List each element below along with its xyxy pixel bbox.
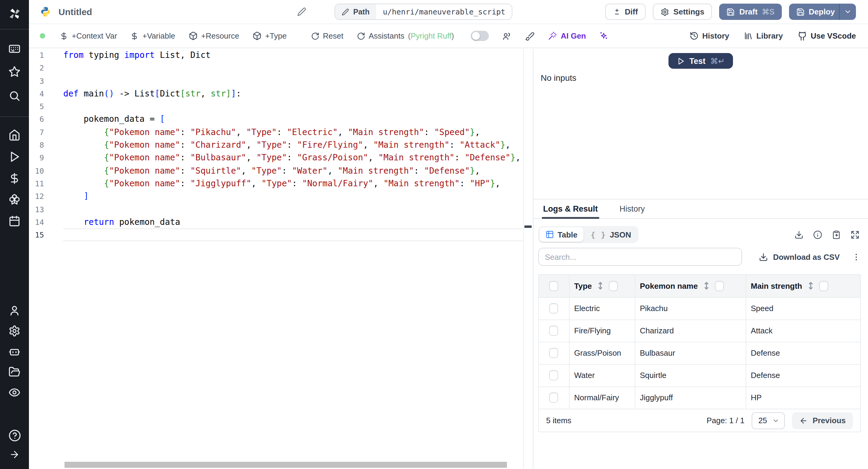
code-line[interactable]: ]	[63, 190, 523, 203]
path-field[interactable]: Path u/henri/maneuverable_script	[335, 4, 513, 20]
code-line[interactable]: {"Pokemon name": "Squirtle", "Type": "Wa…	[63, 164, 523, 177]
sidebar-item-variables[interactable]	[0, 173, 29, 184]
sidebar-item-folders[interactable]	[0, 366, 29, 378]
sidebar-item-home[interactable]	[0, 129, 29, 141]
checkbox[interactable]	[550, 303, 558, 313]
line-number: 15	[29, 228, 63, 242]
sidebar-item-workers[interactable]	[0, 345, 29, 357]
multiplayer-icon[interactable]	[502, 31, 512, 41]
use-vscode-button[interactable]: Use VScode	[798, 31, 856, 41]
sidebar-item-runs[interactable]	[0, 151, 29, 163]
code-line[interactable]: {"Pokemon name": "Jigglypuff", "Type": "…	[63, 177, 523, 190]
code-line[interactable]: {"Pokemon name": "Bulbasaur", "Type": "G…	[63, 152, 523, 164]
deploy-dropdown-chevron-icon[interactable]	[839, 4, 856, 20]
kebab-menu-icon[interactable]	[852, 252, 861, 261]
expand-icon[interactable]	[850, 230, 860, 239]
table-footer: 5 items Page: 1 / 1 25 Previous	[539, 409, 860, 432]
sidebar-item-audit-logs[interactable]	[0, 386, 29, 399]
table-cell: Bulbasaur	[635, 342, 746, 364]
code-line[interactable]: return pokemon_data	[63, 216, 523, 229]
add-resource-button[interactable]: +Resource	[188, 31, 239, 40]
sort-icon[interactable]	[597, 282, 603, 290]
add-type-button[interactable]: +Type	[253, 31, 287, 40]
assistant-toggle[interactable]	[471, 31, 489, 41]
code-line[interactable]	[63, 228, 523, 242]
sidebar-collapse-icon[interactable]	[0, 449, 29, 460]
editor-vertical-scrollbar[interactable]	[523, 49, 533, 469]
history-label: History	[702, 31, 730, 40]
table-row[interactable]: Fire/FlyingCharizardAttack	[539, 319, 860, 342]
code-line[interactable]	[63, 62, 523, 75]
column-header[interactable]: Type	[569, 275, 635, 297]
code-line[interactable]: {"Pokemon name": "Pikachu", "Type": "Ele…	[63, 126, 523, 139]
ai-sparkles-icon[interactable]	[599, 31, 608, 40]
info-icon[interactable]	[813, 230, 822, 239]
sidebar-item-favorites[interactable]	[0, 66, 29, 78]
checkbox[interactable]	[609, 281, 618, 291]
refresh-icon	[311, 32, 319, 40]
sort-icon[interactable]	[703, 282, 709, 290]
library-button[interactable]: Library	[744, 31, 783, 40]
line-number: 4	[29, 87, 63, 100]
sidebar-item-apps[interactable]	[0, 43, 29, 55]
table-header-row: TypePokemon nameMain strength	[539, 275, 860, 297]
deploy-button[interactable]: Deploy	[789, 4, 856, 20]
copy-result-icon[interactable]	[832, 230, 841, 239]
checkbox[interactable]	[550, 281, 558, 291]
table-row[interactable]: ElectricPikachuSpeed	[539, 297, 860, 319]
table-row[interactable]: Normal/FairyJigglypuffHP	[539, 386, 860, 409]
ai-gen-button[interactable]: AI Gen	[548, 31, 586, 40]
search-input[interactable]	[538, 248, 742, 266]
settings-button[interactable]: Settings	[653, 4, 712, 20]
sidebar-item-schedules[interactable]	[0, 215, 29, 227]
code-line[interactable]: {"Pokemon name": "Charizard", "Type": "F…	[63, 139, 523, 152]
previous-page-button[interactable]: Previous	[792, 412, 853, 429]
diff-button[interactable]: Diff	[605, 4, 646, 20]
checkbox[interactable]	[715, 281, 724, 291]
code-line[interactable]	[63, 100, 523, 113]
page-size-select[interactable]: 25	[752, 412, 785, 429]
column-header[interactable]: Main strength	[746, 275, 860, 297]
add-variable-button[interactable]: +Variable	[130, 31, 176, 40]
code-line[interactable]: from typing import List, Dict	[63, 49, 523, 62]
view-table-button[interactable]: Table	[539, 227, 584, 242]
sidebar-item-resources[interactable]	[0, 193, 29, 206]
tab-logs-result[interactable]: Logs & Result	[543, 199, 598, 218]
test-button[interactable]: Test ⌘↵	[668, 53, 733, 69]
sidebar-item-search[interactable]	[0, 90, 29, 102]
draft-button[interactable]: Draft ⌘S	[719, 4, 781, 20]
view-json-button[interactable]: { } JSON	[585, 227, 637, 242]
windmill-logo-icon[interactable]	[0, 6, 29, 22]
reset-button[interactable]: Reset	[311, 31, 343, 40]
no-inputs-text: No inputs	[541, 73, 868, 83]
sidebar-item-settings[interactable]	[0, 325, 29, 337]
code-line[interactable]: def main() -> List[Dict[str, str]]:	[63, 87, 523, 100]
code-line[interactable]	[63, 203, 523, 216]
table-cell: Defense	[746, 342, 860, 364]
checkbox[interactable]	[550, 348, 558, 358]
history-button[interactable]: History	[689, 31, 730, 40]
add-context-var-button[interactable]: +Context Var	[60, 31, 117, 40]
checkbox[interactable]	[550, 325, 558, 336]
code-line[interactable]	[63, 74, 523, 87]
checkbox[interactable]	[550, 393, 558, 403]
download-result-icon[interactable]	[795, 230, 804, 239]
code-line[interactable]: pokemon_data = [	[63, 113, 523, 126]
table-row[interactable]: WaterSquirtleDefense	[539, 364, 860, 386]
tab-history[interactable]: History	[620, 199, 645, 218]
path-value[interactable]: u/henri/maneuverable_script	[376, 4, 512, 19]
code-editor[interactable]: 123456789101112131415 from typing import…	[29, 49, 533, 469]
assistants-button[interactable]: Assistants (Pyright Ruff)	[356, 31, 454, 40]
download-csv-button[interactable]: Download as CSV	[759, 252, 840, 261]
column-header[interactable]: Pokemon name	[635, 275, 746, 297]
edit-title-pencil-icon[interactable]	[297, 7, 306, 16]
code-area[interactable]: from typing import List, Dictdef main() …	[63, 49, 523, 242]
table-row[interactable]: Grass/PoisonBulbasaurDefense	[539, 342, 860, 364]
format-brush-icon[interactable]	[525, 31, 535, 41]
checkbox[interactable]	[819, 281, 828, 291]
sidebar-item-help[interactable]	[0, 429, 29, 442]
sort-icon[interactable]	[807, 282, 813, 290]
checkbox[interactable]	[550, 370, 558, 380]
editor-horizontal-scrollbar[interactable]	[64, 462, 507, 468]
sidebar-item-users[interactable]	[0, 305, 29, 316]
